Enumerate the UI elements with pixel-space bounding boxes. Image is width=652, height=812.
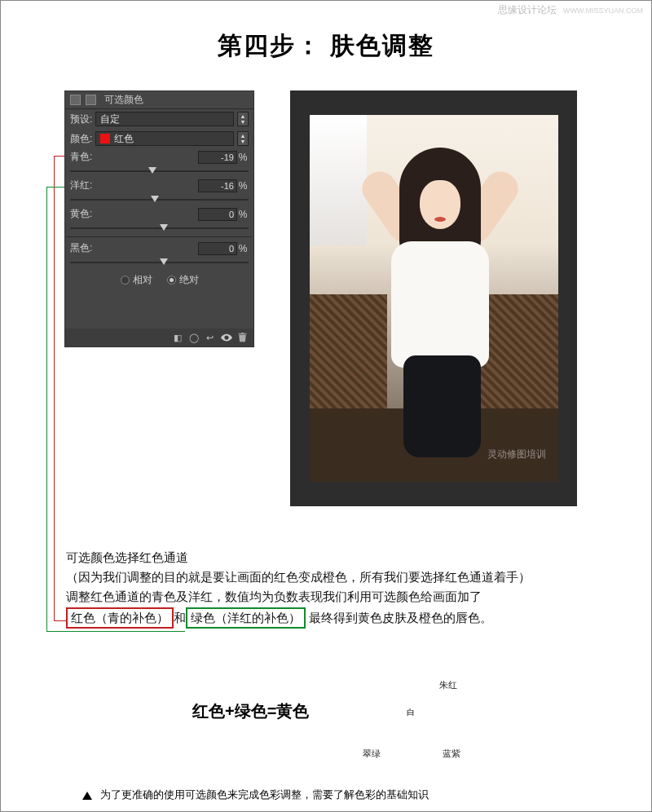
description-block: 可选颜色选择红色通道 （因为我们调整的目的就是要让画面的红色变成橙色，所有我们要… (66, 547, 531, 630)
preset-dropdown[interactable]: 自定 (95, 112, 234, 126)
relative-radio[interactable]: 相对 (121, 273, 152, 287)
connector-green (46, 187, 47, 631)
desc-tail: 最终得到黄色皮肤及橙色的唇色。 (306, 611, 492, 624)
yellow-label: 黄色: (70, 207, 198, 221)
magenta-slider-row: 洋红:% (65, 177, 253, 205)
magenta-slider[interactable] (70, 194, 249, 205)
slider-thumb[interactable] (160, 224, 168, 231)
dropdown-arrows-icon[interactable]: ▲▼ (237, 131, 249, 146)
preset-label: 预设: (70, 113, 92, 126)
black-slider-row: 黑色:% (65, 240, 253, 268)
desc-line-3: 调整红色通道的青色及洋红，数值均为负数表现我们利用可选颜色给画面加了 (66, 588, 531, 606)
desc-conj: 和 (174, 611, 186, 624)
unit-label: % (237, 180, 249, 192)
clip-icon[interactable]: ◧ (171, 332, 183, 343)
divider (67, 236, 252, 237)
absolute-label: 绝对 (179, 273, 199, 287)
desc-line-4: 红色（青的补色）和绿色（洋红的补色） 最终得到黄色皮肤及橙色的唇色。 (66, 607, 531, 629)
slider-thumb[interactable] (151, 196, 159, 202)
triangle-icon (82, 792, 92, 800)
connector-red-top (54, 156, 64, 157)
venn-blue-circle (410, 704, 460, 754)
mask-icon (86, 95, 96, 105)
adjustment-icon (70, 95, 81, 105)
footnote: 为了更准确的使用可选颜色来完成色彩调整，需要了解色彩的基础知识 (82, 788, 429, 802)
mode-radio-group: 相对 绝对 (65, 268, 253, 292)
page-title: 第四步： 肤色调整 (1, 29, 651, 63)
magenta-value[interactable] (198, 179, 237, 192)
panel-header: 可选颜色 (65, 91, 253, 109)
desc-line-1: 可选颜色选择红色通道 (66, 549, 531, 567)
radio-icon (121, 276, 130, 285)
view-icon[interactable]: ◯ (187, 332, 200, 343)
desc-line-2: （因为我们调整的目的就是要让画面的红色变成橙色，所有我们要选择红色通道着手） (66, 568, 531, 586)
slider-thumb[interactable] (160, 258, 168, 265)
highlight-red: 红色（青的补色） (66, 607, 174, 629)
cyan-label: 青色: (70, 150, 198, 164)
selective-color-panel: 可选颜色 预设: 自定 ▲▼ 颜色: 红色 ▲▼ 青色:% 洋红:% 黄色:% … (64, 90, 254, 347)
yellow-slider-row: 黄色:% (65, 205, 253, 234)
black-value[interactable] (198, 242, 237, 255)
dropdown-arrows-icon[interactable]: ▲▼ (237, 112, 249, 126)
reset-icon[interactable]: ↩ (204, 332, 216, 343)
visibility-icon[interactable] (220, 332, 232, 343)
color-dropdown[interactable]: 红色 (95, 131, 234, 146)
photo-subject (375, 148, 505, 457)
cyan-value[interactable] (198, 151, 237, 164)
yellow-value[interactable] (198, 208, 237, 221)
preview-frame: 灵动修图培训 (290, 90, 577, 506)
venn-diagram: 朱红 翠绿 蓝紫 白 (359, 669, 465, 759)
panel-tab-name: 可选颜色 (104, 93, 143, 107)
preset-row: 预设: 自定 ▲▼ (65, 109, 253, 129)
black-slider[interactable] (70, 257, 249, 268)
connector-red-bottom (54, 620, 66, 621)
venn-label-green: 翠绿 (363, 748, 381, 760)
connector-green-bottom (46, 631, 185, 632)
connector-green-top (46, 187, 64, 188)
panel-footer: ◧ ◯ ↩ (65, 329, 253, 346)
black-label: 黑色: (70, 241, 198, 255)
cyan-slider[interactable] (70, 165, 249, 177)
watermark: 思缘设计论坛 WWW.MISSYUAN.COM (498, 3, 643, 17)
unit-label: % (237, 209, 249, 220)
venn-label-blue: 蓝紫 (443, 748, 460, 760)
slider-thumb[interactable] (148, 167, 156, 174)
cyan-slider-row: 青色:% (65, 148, 253, 177)
color-equation: 红色+绿色=黄色 (192, 700, 309, 722)
radio-icon (167, 276, 176, 285)
absolute-radio[interactable]: 绝对 (167, 273, 199, 287)
watermark-url: WWW.MISSYUAN.COM (563, 7, 643, 15)
footnote-text: 为了更准确的使用可选颜色来完成色彩调整，需要了解色彩的基础知识 (100, 788, 429, 801)
photo-watermark: 灵动修图培训 (487, 448, 546, 461)
connector-red (54, 156, 55, 620)
preview-image: 灵动修图培训 (310, 115, 558, 482)
watermark-site: 思缘设计论坛 (498, 4, 557, 15)
venn-label-red: 朱红 (439, 679, 457, 691)
preset-value: 自定 (100, 113, 120, 126)
photo-bg-window (310, 115, 367, 245)
unit-label: % (237, 243, 249, 254)
relative-label: 相对 (133, 273, 152, 287)
venn-label-center: 白 (407, 707, 415, 718)
highlight-green: 绿色（洋红的补色） (186, 607, 306, 629)
color-label: 颜色: (70, 132, 92, 146)
color-value: 红色 (114, 132, 134, 146)
delete-icon[interactable] (236, 332, 249, 343)
unit-label: % (237, 152, 249, 163)
color-swatch-icon (100, 134, 110, 143)
yellow-slider[interactable] (70, 223, 249, 234)
magenta-label: 洋红: (70, 179, 198, 192)
color-row: 颜色: 红色 ▲▼ (65, 129, 253, 148)
